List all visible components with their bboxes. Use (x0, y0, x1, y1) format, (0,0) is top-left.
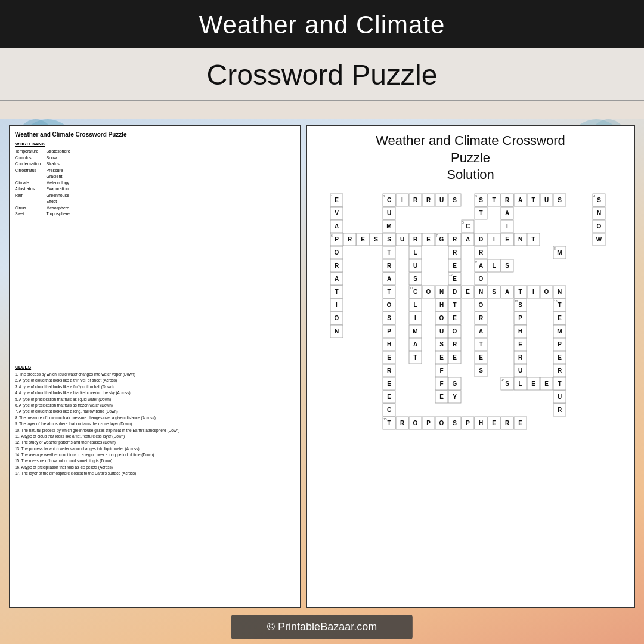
svg-text:T: T (518, 289, 522, 295)
footer-text: © PrintableBazaar.com (231, 615, 413, 639)
clue-9: 9. The layer of the atmosphere that cont… (15, 421, 295, 427)
solution-grid-container: .sg { display:grid; gap:1px; } .sc { wid… (313, 191, 628, 501)
svg-text:G: G (453, 380, 457, 387)
clue-8: 8. The measure of how much air pressure … (15, 415, 295, 421)
svg-text:E: E (387, 354, 391, 361)
svg-text:H: H (518, 328, 522, 335)
svg-text:S: S (453, 420, 457, 426)
svg-text:S: S (439, 341, 444, 348)
svg-text:S: S (387, 236, 391, 243)
svg-text:R: R (518, 354, 523, 361)
word-13: Rain (15, 193, 47, 205)
svg-text:E: E (453, 275, 457, 282)
svg-text:A: A (479, 328, 483, 335)
svg-text:M: M (557, 328, 562, 335)
svg-text:N: N (518, 236, 522, 243)
word-1: Temperature (15, 148, 47, 155)
svg-text:I: I (336, 302, 338, 308)
svg-text:6: 6 (331, 233, 333, 237)
word-bank-label: WORD BANK (15, 141, 78, 147)
word-8: Pressure Gradient (47, 168, 78, 180)
svg-text:R: R (348, 236, 352, 243)
svg-text:13: 13 (554, 299, 558, 302)
svg-text:E: E (387, 394, 391, 400)
svg-text:H: H (439, 302, 444, 308)
svg-text:R: R (505, 197, 510, 203)
svg-text:T: T (387, 289, 391, 295)
clue-17: 17. The layer of the atmosphere closest … (15, 470, 295, 476)
svg-text:T: T (453, 302, 456, 308)
svg-text:D: D (453, 289, 457, 295)
svg-text:W: W (596, 236, 602, 243)
svg-text:E: E (531, 380, 535, 387)
svg-text:O: O (335, 249, 339, 256)
svg-text:T: T (335, 289, 338, 295)
svg-text:15: 15 (383, 417, 387, 420)
svg-text:R: R (413, 197, 418, 203)
word-16: Mesosphere (47, 205, 78, 212)
svg-text:S: S (374, 236, 378, 243)
svg-text:S: S (492, 289, 496, 295)
svg-text:S: S (479, 197, 483, 203)
page-container: Weather and Climate Crossword Puzzle Wea… (0, 0, 644, 644)
svg-text:E: E (518, 341, 522, 348)
svg-text:A: A (505, 210, 509, 216)
svg-text:A: A (387, 275, 391, 282)
svg-text:L: L (492, 262, 496, 269)
svg-text:A: A (505, 289, 509, 295)
svg-text:L: L (518, 380, 522, 387)
svg-text:R: R (558, 407, 562, 413)
svg-text:O: O (387, 302, 392, 308)
svg-text:E: E (558, 315, 562, 321)
svg-text:E: E (361, 236, 365, 243)
svg-text:T: T (413, 354, 417, 361)
svg-text:H: H (479, 420, 483, 426)
svg-text:N: N (479, 289, 483, 295)
clue-13: 13. The process by which water vapor cha… (15, 446, 295, 452)
svg-text:S: S (597, 197, 601, 203)
svg-text:E: E (544, 380, 549, 387)
svg-text:O: O (439, 420, 444, 426)
svg-text:D: D (479, 236, 483, 243)
clue-4: 4. A type of cloud that looks like a bla… (15, 390, 295, 396)
solution-svg: .cell-bg { fill: white; stroke: #999; st… (327, 191, 614, 501)
svg-text:O: O (544, 289, 549, 295)
word-4: Snow (47, 155, 78, 162)
svg-text:E: E (453, 262, 457, 269)
svg-text:R: R (479, 315, 484, 321)
svg-text:E: E (453, 315, 457, 321)
svg-text:14: 14 (501, 377, 505, 381)
svg-text:M: M (386, 223, 391, 230)
svg-text:4: 4 (593, 194, 595, 197)
svg-text:I: I (532, 289, 534, 295)
right-panel: Weather and Climate CrosswordPuzzleSolut… (306, 125, 635, 608)
svg-text:O: O (413, 420, 418, 426)
svg-text:P: P (426, 420, 431, 426)
svg-text:R: R (413, 236, 418, 243)
svg-text:O: O (453, 328, 457, 335)
svg-text:F: F (439, 380, 443, 387)
word-7: Cirrostratus (15, 168, 47, 180)
word-17: Sleet (15, 211, 47, 218)
clue-15: 15. The measure of how hot or cold somet… (15, 458, 295, 464)
panels-container: Weather and Climate Crossword Puzzle WOR… (9, 125, 635, 608)
xword-visual-grid: .xc { width:14px; height:14px; border:0.… (83, 141, 301, 358)
svg-text:R: R (387, 367, 392, 374)
left-panel: Weather and Climate Crossword Puzzle WOR… (9, 125, 301, 608)
svg-text:11: 11 (410, 286, 413, 289)
svg-text:R: R (453, 249, 457, 256)
svg-text:T: T (531, 197, 535, 203)
svg-text:I: I (493, 236, 495, 243)
svg-text:S: S (387, 315, 391, 321)
svg-text:12: 12 (515, 299, 518, 302)
svg-text:L: L (413, 249, 417, 256)
crossword-grid-area: .xc { width:14px; height:14px; border:0.… (83, 141, 301, 362)
clue-5: 5. A type of precipitation that falls as… (15, 397, 295, 402)
svg-text:R: R (453, 341, 457, 348)
word-3: Cumulus (15, 155, 47, 162)
svg-text:A: A (335, 223, 339, 230)
word-5: Condensation (15, 161, 47, 168)
word-10: Meteorology (47, 180, 78, 187)
svg-text:U: U (558, 394, 562, 400)
svg-text:I: I (506, 223, 508, 230)
